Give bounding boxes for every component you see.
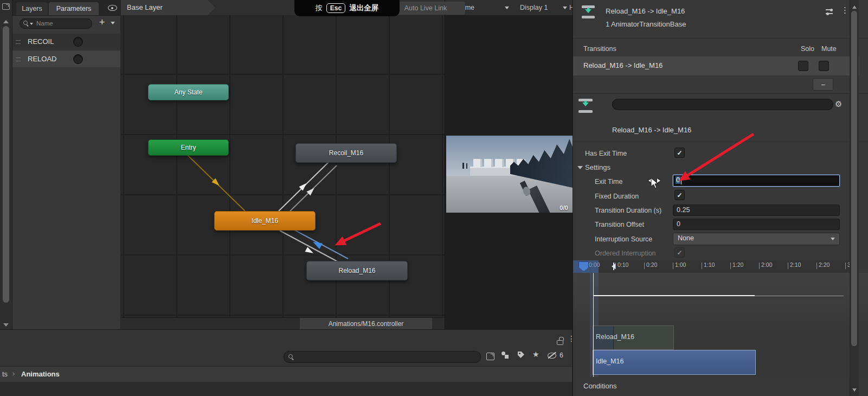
interruption-source-label: Interruption Source (595, 235, 652, 243)
tick-mark (816, 263, 817, 269)
interruption-source-dropdown[interactable]: None (673, 233, 840, 245)
blend-line-bright (593, 295, 755, 296)
parameter-row[interactable]: RELOAD (12, 51, 120, 67)
display-dropdown[interactable]: Display 1 (520, 4, 548, 11)
exit-time-field[interactable]: 0 (673, 175, 840, 187)
add-parameter-button[interactable]: + (99, 17, 105, 28)
parameter-name: RELOAD (28, 55, 56, 63)
tab-parameters[interactable]: Parameters (49, 2, 99, 15)
preview-figure (462, 163, 464, 169)
esc-key-badge: Esc (326, 3, 345, 13)
transition-list-row[interactable]: Reload_M16 -> Idle_M16 (573, 56, 859, 75)
popout-icon[interactable] (2, 3, 10, 10)
tick-mark (673, 263, 673, 269)
trigger-radio[interactable] (73, 54, 83, 64)
fullscreen-notice: 按 Esc 退出全屏 (294, 0, 400, 16)
kebab-menu-icon[interactable]: ⋮ (568, 334, 575, 343)
solo-header: Solo (801, 45, 814, 53)
inspector-scrollbar[interactable] (850, 0, 859, 396)
timeline-bar-idle[interactable]: Idle_M16 (593, 350, 756, 375)
mouse-cursor (646, 175, 666, 191)
mute-checkbox[interactable] (819, 61, 829, 71)
ordered-interruption-label: Ordered Interruption (595, 250, 656, 257)
breadcrumb-chevron-icon: › (12, 369, 15, 378)
timeline-tick-label: 2:10 (790, 261, 801, 268)
display-caret-icon[interactable] (563, 7, 567, 11)
bar-label: Idle_M16 (596, 357, 623, 365)
scroll-down-icon[interactable] (3, 323, 9, 329)
solo-checkbox[interactable] (798, 61, 808, 71)
transition-name-input[interactable] (612, 99, 833, 110)
pointer-arrow (651, 177, 659, 189)
section-divider (573, 93, 868, 94)
remove-transition-button[interactable]: − (813, 78, 833, 91)
filter-by-type-icon[interactable] (501, 352, 510, 360)
settings-foldout-icon[interactable] (577, 166, 583, 172)
state-node-recoil[interactable]: Recoil_M16 (295, 143, 397, 163)
transition-duration-field[interactable]: 0.25 (673, 205, 840, 216)
transition-icon (578, 99, 593, 113)
inspector-title: Reload_M16 -> Idle_M16 (606, 7, 685, 15)
scrollbar-thumb[interactable] (851, 11, 857, 346)
state-node-idle[interactable]: Idle_M16 (214, 211, 316, 231)
transition-offset-field[interactable]: 0 (673, 219, 840, 230)
popout-arrow (491, 354, 493, 356)
tab-layers[interactable]: Layers (16, 2, 48, 15)
lock-icon[interactable] (556, 337, 564, 345)
gear-icon[interactable]: ⚙ (835, 99, 842, 109)
timeline-ruler[interactable]: 0:00 0:10 0:20 1:00 1:10 1:20 2:00 2:10 … (573, 260, 850, 273)
settings-foldout-label[interactable]: Settings (585, 163, 610, 171)
tag-hole (519, 353, 520, 354)
tick-mark (702, 263, 702, 269)
favorites-star-icon[interactable]: ★ (532, 350, 539, 359)
fixed-duration-checkbox[interactable] (674, 190, 685, 200)
parameter-name: RECOIL (28, 37, 54, 46)
state-node-entry[interactable]: Entry (148, 139, 229, 156)
transition-preview-body[interactable]: Reload_M16 Idle_M16 (573, 273, 868, 377)
open-in-new-icon[interactable] (486, 353, 494, 360)
preview-figure (466, 163, 467, 169)
hidden-count-icon[interactable] (548, 352, 557, 359)
transition-offset-label: Transition Offset (595, 221, 644, 228)
project-breadcrumb-row: ts › Animations (0, 366, 572, 382)
unity-editor-window: Layers Parameters Name + RECOIL RELOAD B… (0, 0, 868, 396)
conditions-header[interactable]: Conditions (583, 382, 616, 390)
preset-knob (830, 9, 833, 11)
eye-icon[interactable] (108, 5, 117, 11)
game-preview: 0/0 (446, 136, 573, 213)
state-node-any-state[interactable]: Any State (148, 84, 229, 100)
kebab-menu-icon[interactable]: ⋮ (841, 5, 849, 15)
transition-end-marker[interactable] (609, 263, 615, 270)
drag-handle-icon[interactable] (16, 58, 21, 61)
breadcrumb-current[interactable]: Animations (21, 370, 60, 378)
breadcrumb-parent[interactable]: ts (2, 370, 8, 378)
auto-live-link-label: Auto Live Link (404, 4, 447, 12)
parameter-search-field[interactable]: Name (20, 18, 92, 29)
scrollbar-thumb[interactable] (3, 26, 9, 303)
playhead-line[interactable] (593, 273, 594, 377)
drag-handle-icon[interactable] (16, 40, 21, 44)
timeline-tick-label: 1:20 (732, 261, 743, 268)
project-panel: ⋮ ★ 6 ts › Animations (0, 329, 572, 396)
state-node-reload[interactable]: Reload_M16 (306, 261, 408, 280)
has-exit-time-checkbox[interactable] (674, 148, 685, 158)
game-caret-icon[interactable] (505, 7, 509, 11)
inspector-panel: Reload_M16 -> Idle_M16 1 AnimatorTransit… (573, 0, 868, 396)
game-view-panel: Game Display 1 H 0/0 (445, 0, 573, 329)
search-icon (288, 354, 294, 360)
breadcrumb-base-layer[interactable]: Base Layer (121, 0, 215, 15)
controller-path: Animations/M16.controller (300, 318, 432, 330)
project-search-field[interactable] (284, 351, 481, 363)
add-parameter-caret-icon[interactable] (111, 22, 115, 27)
filter-by-label-icon[interactable] (518, 352, 524, 358)
scroll-down-icon[interactable] (852, 388, 857, 394)
presets-icon[interactable] (826, 8, 833, 15)
parameter-row[interactable]: RECOIL (12, 34, 120, 50)
has-exit-time-label: Has Exit Time (585, 150, 627, 157)
hidden-count: 6 (560, 352, 563, 359)
scroll-up-icon[interactable] (852, 3, 857, 9)
trigger-radio[interactable] (73, 37, 83, 47)
preview-cube (484, 159, 493, 167)
scroll-up-icon[interactable] (3, 17, 9, 23)
timeline-bar-reload[interactable]: Reload_M16 (593, 325, 674, 350)
